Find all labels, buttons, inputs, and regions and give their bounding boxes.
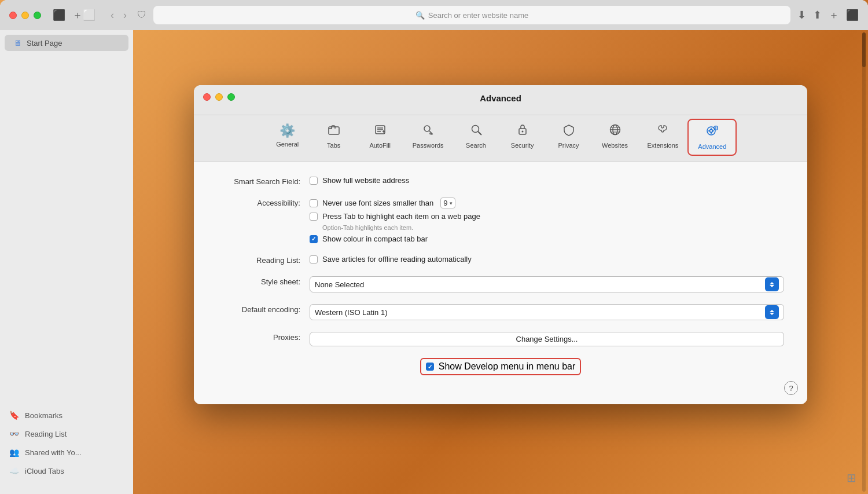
tabs-icon: [328, 123, 340, 140]
browser-toolbar-right: ⬇ ⬆ ＋ ⬛: [797, 8, 859, 22]
press-tab-row: Press Tab to highlight each item on a we…: [310, 212, 784, 221]
accessibility-row: Accessibility: Never use font sizes smal…: [217, 197, 784, 243]
tab-privacy[interactable]: Privacy: [546, 119, 592, 156]
autofill-icon: [374, 123, 387, 140]
svg-point-11: [472, 126, 479, 133]
show-colour-row: Show colour in compact tab bar: [310, 235, 784, 243]
dialog-close-button[interactable]: [203, 93, 211, 101]
encoding-row: Default encoding: Western (ISO Latin 1): [217, 304, 784, 320]
min-font-size-checkbox[interactable]: [310, 199, 318, 207]
tab-websites[interactable]: Websites: [592, 119, 638, 156]
help-button[interactable]: ?: [784, 381, 798, 395]
sidebar-item-reading-list[interactable]: 👓 Reading List: [0, 425, 133, 443]
tab-search[interactable]: Search: [453, 119, 499, 156]
show-colour-checkbox[interactable]: [310, 235, 318, 243]
general-icon: ⚙️: [279, 123, 295, 138]
search-label: Search: [466, 142, 486, 149]
svg-point-25: [709, 130, 712, 133]
proxies-label: Proxies:: [217, 332, 310, 342]
scrollbar-thumb[interactable]: [862, 32, 866, 67]
sidebar-item-shared[interactable]: 👥 Shared with Yo...: [0, 443, 133, 462]
accessibility-label: Accessibility:: [217, 197, 310, 207]
sidebar-item-bookmarks[interactable]: 🔖 Bookmarks: [0, 406, 133, 425]
download-icon[interactable]: ⬇: [797, 9, 806, 21]
min-font-size-row: Never use font sizes smaller than 9 ▾: [310, 197, 784, 208]
style-sheet-row: Style sheet: None Selected: [217, 276, 784, 292]
privacy-icon: [562, 123, 575, 140]
tab-tabs[interactable]: Tabs: [311, 119, 357, 156]
url-bar[interactable]: 🔍 Search or enter website name: [153, 6, 790, 24]
proxies-content: Change Settings...: [310, 332, 784, 346]
sidebar-item-label: iCloud Tabs: [25, 467, 64, 475]
dialog-overlay: Advanced ⚙️ General: [133, 30, 868, 494]
forward-button[interactable]: ›: [120, 7, 130, 24]
style-sheet-content: None Selected: [310, 276, 784, 292]
develop-menu-highlight: Show Develop menu in menu bar: [420, 358, 582, 375]
sidebar-item-label: Reading List: [25, 430, 67, 438]
show-full-address-checkbox[interactable]: [310, 177, 318, 185]
nav-buttons: ‹ ›: [107, 7, 130, 24]
dialog-body: Smart Search Field: Show full website ad…: [194, 162, 807, 404]
develop-menu-checkbox[interactable]: [426, 363, 434, 371]
sidebar-item-label: Bookmarks: [25, 411, 62, 420]
tab-security[interactable]: Security: [499, 119, 546, 156]
minimize-button[interactable]: [21, 12, 29, 19]
passwords-icon: [422, 123, 435, 140]
bottom-toolbar-adjustments[interactable]: ⊞: [847, 471, 856, 485]
font-size-value: 9: [443, 199, 447, 207]
tabs-label: Tabs: [327, 142, 340, 149]
develop-menu-row: Show Develop menu in menu bar: [217, 358, 784, 375]
dialog-toolbar: ⚙️ General Tabs: [194, 115, 807, 162]
sidebar-item-icloud[interactable]: ☁️ iCloud Tabs: [0, 462, 133, 480]
sidebar-toggle-icon[interactable]: ⬛: [53, 9, 65, 21]
sidebar-tab-start-page[interactable]: 🖥 Start Page: [5, 35, 128, 51]
websites-label: Websites: [602, 142, 628, 149]
sidebar-tab-label: Start Page: [27, 39, 62, 47]
sidebar-bottom-items: 🔖 Bookmarks 👓 Reading List 👥 Shared with…: [0, 406, 133, 489]
security-label: Security: [511, 142, 534, 149]
tab-advanced[interactable]: Advanced: [687, 119, 737, 156]
accessibility-content: Never use font sizes smaller than 9 ▾ Pr…: [310, 197, 784, 243]
develop-menu-container: Show Develop menu in menu bar: [217, 358, 784, 375]
tab-extensions[interactable]: Extensions: [638, 119, 688, 156]
shared-icon: 👥: [9, 448, 19, 457]
maximize-button[interactable]: [34, 12, 41, 19]
tab-passwords[interactable]: Passwords: [403, 119, 453, 156]
dialog-minimize-button[interactable]: [215, 93, 223, 101]
smart-search-row: Smart Search Field: Show full website ad…: [217, 176, 784, 186]
change-settings-button[interactable]: Change Settings...: [310, 332, 784, 346]
share-icon[interactable]: ⬆: [813, 9, 822, 21]
smart-search-content: Show full website address: [310, 176, 784, 185]
dialog-titlebar: Advanced: [194, 85, 807, 115]
encoding-select[interactable]: Western (ISO Latin 1): [310, 304, 784, 320]
smart-search-label: Smart Search Field:: [217, 176, 310, 186]
press-tab-checkbox[interactable]: [310, 213, 318, 221]
svg-line-12: [478, 131, 481, 135]
encoding-content: Western (ISO Latin 1): [310, 304, 784, 320]
reading-list-label: Reading List:: [217, 255, 310, 265]
show-full-address-label: Show full website address: [322, 176, 409, 185]
new-window-icon[interactable]: ＋: [829, 8, 839, 22]
new-tab-icon[interactable]: ＋⬜: [72, 8, 95, 22]
sidebar-item-label: Shared with Yo...: [25, 448, 82, 457]
select-arrows-icon: [765, 277, 779, 291]
dialog-maximize-button[interactable]: [227, 93, 235, 101]
svg-point-31: [715, 127, 716, 129]
main-area: Advanced ⚙️ General: [133, 30, 868, 494]
develop-menu-label: Show Develop menu in menu bar: [439, 361, 576, 372]
privacy-label: Privacy: [558, 142, 579, 149]
tab-overview-icon[interactable]: ⬛: [846, 9, 859, 21]
close-button[interactable]: [9, 12, 17, 19]
tab-general[interactable]: ⚙️ General: [264, 119, 311, 156]
show-colour-label: Show colour in compact tab bar: [322, 235, 428, 243]
font-size-select[interactable]: 9 ▾: [440, 197, 455, 208]
svg-point-7: [424, 126, 430, 131]
style-sheet-select[interactable]: None Selected: [310, 276, 784, 292]
security-icon: [516, 123, 529, 140]
search-icon: 🔍: [415, 11, 425, 20]
tab-autofill[interactable]: AutoFill: [357, 119, 403, 156]
scrollbar[interactable]: [860, 30, 868, 494]
back-button[interactable]: ‹: [107, 7, 117, 24]
save-offline-checkbox[interactable]: [310, 255, 318, 264]
browser-titlebar: ⬛ ＋⬜ ‹ › 🛡 🔍 Search or enter website nam…: [0, 0, 868, 30]
